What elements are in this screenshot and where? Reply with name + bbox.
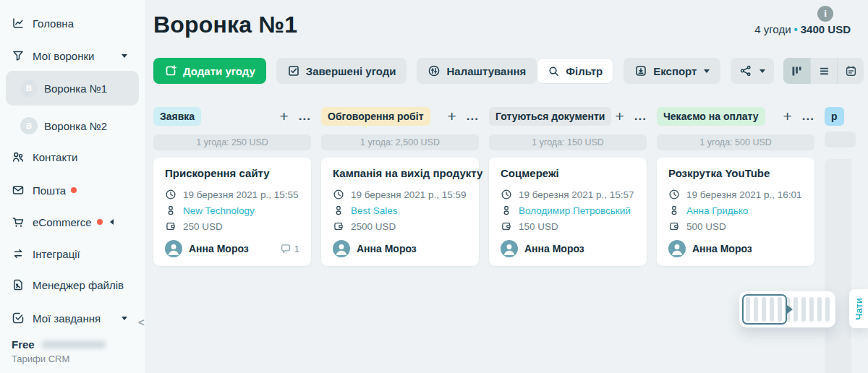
- view-list-button[interactable]: [810, 58, 837, 84]
- deal-created: 19 березня 2021 р., 15:55: [183, 189, 299, 200]
- card-footer: Анна Мороз: [501, 240, 635, 257]
- view-kanban-button[interactable]: [783, 58, 810, 84]
- minimap-bar: [817, 297, 822, 322]
- sidebar-item-mail[interactable]: Пошта: [0, 176, 145, 205]
- board-scroll-minimap[interactable]: [739, 291, 835, 327]
- search-icon: [548, 65, 560, 77]
- funnel-summary: 4 угоди•3400 USD: [754, 23, 851, 35]
- automation-flow-button[interactable]: [731, 58, 774, 84]
- crm-funnel-screen: Головна Мої воронки B Воронка №1 B Ворон…: [0, 0, 868, 373]
- column-name-badge: р: [825, 107, 844, 126]
- column-oplata: Чекаємо на оплату + ... 1 угода: 500 USD…: [657, 107, 814, 266]
- chart-line-icon: [12, 17, 25, 30]
- toolbar: Додати угоду Завершені угоди Налаштуванн…: [153, 58, 851, 84]
- plan-tariffs-link[interactable]: Тарифи CRM: [12, 353, 106, 364]
- add-card-button[interactable]: +: [616, 109, 624, 124]
- column-menu-button[interactable]: ...: [634, 113, 647, 120]
- sidebar-item-my-funnels[interactable]: Мої воронки: [0, 41, 145, 70]
- add-card-button[interactable]: +: [448, 109, 456, 124]
- kanban-view-icon: [791, 65, 803, 77]
- sidebar-item-label: Інтеграції: [33, 248, 80, 260]
- add-deal-button[interactable]: Додати угоду: [153, 58, 266, 84]
- deal-contact-link[interactable]: Володимир Петровський: [519, 205, 631, 216]
- deal-title: Кампанія на вихід продукту: [333, 167, 467, 179]
- minimap-bar: [793, 297, 798, 322]
- sidebar-item-funnel-1[interactable]: B Воронка №1: [6, 71, 139, 106]
- clock-icon: [668, 189, 680, 200]
- export-button[interactable]: Експорт: [624, 58, 720, 84]
- sidebar-item-ecommerce[interactable]: eCommerce: [0, 207, 145, 236]
- deal-title: Розкрутка YouTube: [668, 167, 803, 179]
- deal-manager: Анна Мороз: [189, 243, 249, 254]
- sidebar-collapse-button[interactable]: <: [138, 316, 145, 328]
- completed-deals-button[interactable]: Завершені угоди: [276, 58, 407, 84]
- deal-title: Соцмережі: [501, 167, 635, 179]
- minimap-viewport-handle[interactable]: [742, 294, 787, 325]
- sidebar-item-label: Мої воронки: [33, 50, 94, 62]
- cart-icon: [12, 215, 25, 228]
- column-menu-button[interactable]: ...: [467, 113, 479, 120]
- export-box-icon: [634, 64, 647, 77]
- person-icon: [501, 205, 512, 216]
- completed-deals-label: Завершені угоди: [306, 65, 396, 77]
- clock-icon: [333, 189, 344, 200]
- wallet-icon: [333, 220, 344, 232]
- column-obgovorennya: Обговорення робіт + ... 1 угода: 2,500 U…: [321, 107, 479, 266]
- sidebar-item-file-manager[interactable]: Менеджер файлів: [0, 270, 145, 299]
- deal-amount: 2500 USD: [351, 221, 396, 232]
- calendar-view-icon: [845, 65, 857, 77]
- partial-column: р: [825, 107, 844, 126]
- settings-label: Налаштування: [446, 65, 526, 77]
- filter-button[interactable]: Фільтр: [537, 58, 613, 84]
- contacts-icon: [12, 150, 25, 163]
- sidebar-item-integrations[interactable]: Інтеграції: [0, 239, 145, 268]
- deal-amount: 150 USD: [519, 221, 558, 232]
- wallet-icon: [501, 220, 512, 232]
- deal-contact-link[interactable]: New Technology: [183, 205, 255, 216]
- minimap-bar: [809, 297, 814, 322]
- page-title: Воронка №1: [153, 12, 297, 38]
- card-footer: Анна Мороз: [668, 240, 803, 257]
- column-name-badge: Заявка: [153, 107, 201, 126]
- deal-manager: Анна Мороз: [692, 243, 752, 254]
- avatar-person-icon: [333, 240, 350, 257]
- funnel-avatar: B: [20, 117, 38, 134]
- redacted-text: [42, 340, 106, 348]
- add-card-button[interactable]: +: [280, 109, 289, 124]
- sidebar-item-home[interactable]: Головна: [0, 9, 145, 38]
- chats-tab[interactable]: Чати: [849, 289, 868, 328]
- add-card-button[interactable]: +: [783, 109, 792, 124]
- column-menu-button[interactable]: ...: [802, 113, 814, 120]
- card-footer: Анна Мороз 1: [165, 240, 299, 257]
- list-view-icon: [818, 65, 830, 77]
- avatar-person-icon: [668, 240, 686, 257]
- info-icon[interactable]: i: [817, 6, 833, 22]
- deal-contact-link[interactable]: Анна Гридько: [686, 205, 748, 216]
- column-dokumenty: Готуються документи + ... 1 угода: 150 U…: [489, 107, 647, 266]
- view-calendar-button[interactable]: [837, 58, 864, 84]
- funnel-icon: [12, 49, 25, 62]
- transfer-arrows-icon: [12, 247, 25, 260]
- sidebar-item-my-tasks[interactable]: Мої завдання: [0, 304, 145, 333]
- deal-card[interactable]: Прискорення сайту 19 березня 2021 р., 15…: [153, 158, 311, 266]
- sidebar-item-contacts[interactable]: Контакти: [0, 142, 145, 171]
- chevron-down-icon: [704, 69, 710, 73]
- sidebar-item-label: Воронка №2: [44, 120, 107, 132]
- column-stats: 1 угода: 500 USD: [657, 134, 814, 150]
- column-menu-button[interactable]: ...: [299, 113, 311, 120]
- deal-contact-link[interactable]: Best Sales: [351, 205, 398, 216]
- deal-amount: 250 USD: [183, 221, 223, 232]
- column-header: Обговорення робіт + ...: [321, 107, 479, 126]
- partial-column-stats: [825, 132, 856, 147]
- deal-card[interactable]: Соцмережі 19 березня 2021 р., 15:57 Воло…: [489, 158, 647, 266]
- deal-card[interactable]: Кампанія на вихід продукту 19 березня 20…: [321, 158, 479, 266]
- deal-manager: Анна Мороз: [524, 243, 584, 254]
- wallet-icon: [165, 220, 176, 232]
- sidebar-item-funnel-2[interactable]: B Воронка №2: [6, 108, 139, 143]
- deal-card[interactable]: Розкрутка YouTube 19 березня 2021 р., 16…: [657, 158, 814, 266]
- funnel-settings-button[interactable]: Налаштування: [417, 58, 537, 84]
- card-footer: Анна Мороз: [333, 240, 467, 257]
- sidebar-item-label: Пошта: [33, 184, 66, 197]
- checkbox-icon: [287, 64, 300, 77]
- deal-manager: Анна Мороз: [357, 243, 417, 254]
